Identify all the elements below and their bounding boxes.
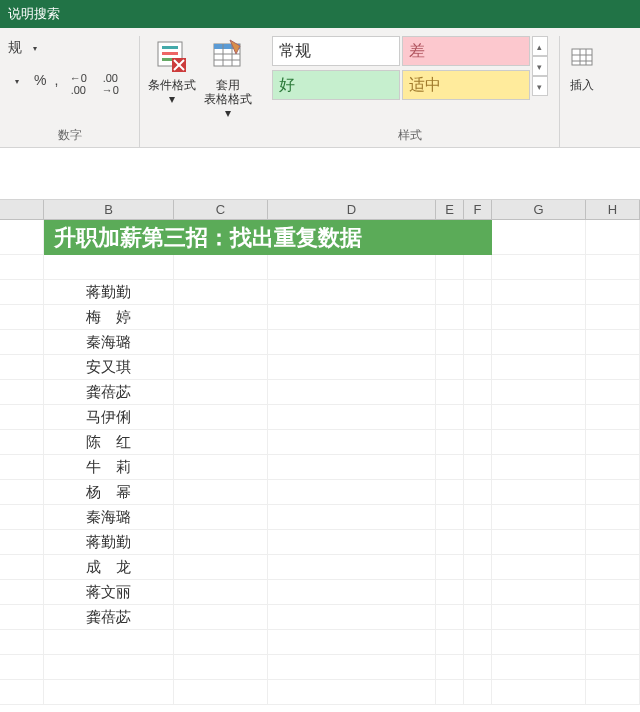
decrease-decimal-button[interactable]: .00→0 (98, 72, 122, 96)
cell[interactable] (174, 280, 268, 305)
cell[interactable] (586, 305, 640, 330)
cell[interactable] (586, 430, 640, 455)
cell[interactable] (464, 305, 492, 330)
comma-button[interactable]: , (54, 72, 58, 96)
cell[interactable] (464, 555, 492, 580)
cell[interactable] (268, 605, 436, 630)
cell[interactable] (268, 580, 436, 605)
chevron-down-icon[interactable]: ▾ (8, 72, 26, 90)
cell[interactable] (586, 480, 640, 505)
cell[interactable] (464, 280, 492, 305)
cell[interactable] (492, 480, 586, 505)
formula-bar-area[interactable] (0, 148, 640, 200)
table-format-button[interactable]: 套用 表格格式▾ (203, 36, 253, 120)
cell[interactable] (586, 330, 640, 355)
cell[interactable] (492, 580, 586, 605)
cell[interactable] (268, 505, 436, 530)
cell[interactable] (0, 580, 44, 605)
cell[interactable] (492, 280, 586, 305)
cell[interactable] (268, 530, 436, 555)
cell[interactable] (492, 530, 586, 555)
style-good[interactable]: 好 (272, 70, 400, 100)
cell[interactable]: 牛 莉 (44, 455, 174, 480)
cell[interactable] (174, 380, 268, 405)
cell[interactable] (0, 505, 44, 530)
style-neutral[interactable]: 适中 (402, 70, 530, 100)
cell[interactable] (174, 680, 268, 705)
cell[interactable] (268, 330, 436, 355)
cell[interactable] (436, 380, 464, 405)
cell[interactable] (586, 605, 640, 630)
col-header[interactable] (0, 200, 44, 220)
cell[interactable] (436, 580, 464, 605)
cell[interactable] (44, 255, 174, 280)
cell[interactable] (174, 430, 268, 455)
cell[interactable] (464, 330, 492, 355)
cell[interactable] (586, 530, 640, 555)
cell[interactable] (464, 255, 492, 280)
cell[interactable] (0, 330, 44, 355)
search-hint[interactable]: 说明搜索 (8, 5, 60, 23)
style-bad[interactable]: 差 (402, 36, 530, 66)
cell[interactable] (492, 680, 586, 705)
cell[interactable] (0, 305, 44, 330)
cell[interactable] (586, 680, 640, 705)
cell[interactable] (436, 455, 464, 480)
cell[interactable] (436, 430, 464, 455)
cell[interactable] (0, 405, 44, 430)
cell[interactable] (586, 280, 640, 305)
cell[interactable] (436, 405, 464, 430)
col-header[interactable]: C (174, 200, 268, 220)
cell[interactable]: 安又琪 (44, 355, 174, 380)
cell[interactable] (586, 380, 640, 405)
cell[interactable] (436, 355, 464, 380)
cell[interactable] (464, 680, 492, 705)
cell[interactable] (586, 505, 640, 530)
cell[interactable] (436, 255, 464, 280)
cell[interactable] (492, 355, 586, 380)
cell[interactable] (174, 655, 268, 680)
cell[interactable] (436, 680, 464, 705)
cell[interactable] (464, 530, 492, 555)
cell[interactable] (174, 530, 268, 555)
cell[interactable]: 龚蓓苾 (44, 380, 174, 405)
cell-styles-gallery[interactable]: 常规 好 差 适中 ▴ ▾ ▾ (272, 36, 548, 100)
cell[interactable] (174, 330, 268, 355)
cell[interactable] (174, 480, 268, 505)
conditional-format-button[interactable]: 条件格式▾ (147, 36, 197, 106)
cell[interactable] (436, 480, 464, 505)
cell[interactable] (586, 580, 640, 605)
cell[interactable] (436, 555, 464, 580)
cell[interactable] (436, 280, 464, 305)
cell[interactable] (174, 255, 268, 280)
cell[interactable]: 秦海璐 (44, 505, 174, 530)
cell[interactable] (464, 355, 492, 380)
col-header[interactable]: E (436, 200, 464, 220)
cell[interactable] (268, 630, 436, 655)
cell[interactable] (174, 505, 268, 530)
cell[interactable] (586, 630, 640, 655)
cell[interactable] (586, 655, 640, 680)
cell[interactable] (464, 630, 492, 655)
col-header[interactable]: H (586, 200, 640, 220)
cell[interactable] (492, 505, 586, 530)
cell[interactable] (492, 405, 586, 430)
cell[interactable] (492, 555, 586, 580)
cell[interactable]: 蒋文丽 (44, 580, 174, 605)
gallery-scroll[interactable]: ▴ ▾ ▾ (532, 36, 548, 100)
cell[interactable] (0, 480, 44, 505)
cell[interactable] (0, 455, 44, 480)
cell[interactable] (268, 455, 436, 480)
cell[interactable] (492, 455, 586, 480)
cell[interactable] (464, 655, 492, 680)
cell[interactable] (492, 655, 586, 680)
cell[interactable] (0, 430, 44, 455)
chevron-down-icon[interactable]: ▾ (532, 56, 548, 76)
cell[interactable]: 梅 婷 (44, 305, 174, 330)
cell[interactable] (174, 605, 268, 630)
cell[interactable] (0, 555, 44, 580)
cell[interactable]: 龚蓓苾 (44, 605, 174, 630)
cell[interactable] (492, 220, 586, 255)
cell[interactable] (174, 630, 268, 655)
cell[interactable] (492, 255, 586, 280)
